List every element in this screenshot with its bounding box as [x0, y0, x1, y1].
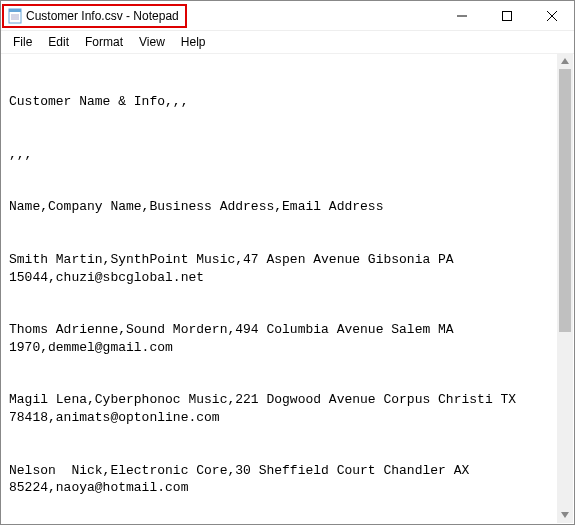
- scroll-down-arrow-icon[interactable]: [557, 507, 573, 523]
- maximize-button[interactable]: [484, 1, 529, 30]
- text-line: Smith Martin,SynthPoint Music,47 Aspen A…: [9, 251, 566, 286]
- notepad-icon: [8, 8, 22, 24]
- text-line: Thoms Adrienne,Sound Mordern,494 Columbi…: [9, 321, 566, 356]
- titlebar: Customer Info.csv - Notepad: [1, 1, 574, 31]
- menubar: File Edit Format View Help: [1, 31, 574, 54]
- svg-marker-10: [561, 512, 569, 518]
- minimize-button[interactable]: [439, 1, 484, 30]
- scroll-track[interactable]: [557, 69, 573, 507]
- text-line: ,,,: [9, 146, 566, 164]
- menu-file[interactable]: File: [5, 33, 40, 51]
- text-line: Nelson Nick,Electronic Core,30 Sheffield…: [9, 462, 566, 497]
- text-line: Magil Lena,Cyberphonoc Music,221 Dogwood…: [9, 391, 566, 426]
- svg-rect-6: [502, 11, 511, 20]
- menu-view[interactable]: View: [131, 33, 173, 51]
- vertical-scrollbar[interactable]: [557, 53, 573, 523]
- menu-format[interactable]: Format: [77, 33, 131, 51]
- text-area[interactable]: Customer Name & Info,,, ,,, Name,Company…: [1, 54, 574, 525]
- window-controls: [439, 1, 574, 30]
- svg-rect-1: [9, 9, 21, 12]
- svg-marker-9: [561, 58, 569, 64]
- title-highlight-box: Customer Info.csv - Notepad: [2, 4, 187, 28]
- menu-edit[interactable]: Edit: [40, 33, 77, 51]
- scroll-thumb[interactable]: [559, 69, 571, 332]
- scroll-up-arrow-icon[interactable]: [557, 53, 573, 69]
- window-title: Customer Info.csv - Notepad: [26, 9, 179, 23]
- menu-help[interactable]: Help: [173, 33, 214, 51]
- close-button[interactable]: [529, 1, 574, 30]
- text-line: Name,Company Name,Business Address,Email…: [9, 198, 566, 216]
- text-line: Customer Name & Info,,,: [9, 93, 566, 111]
